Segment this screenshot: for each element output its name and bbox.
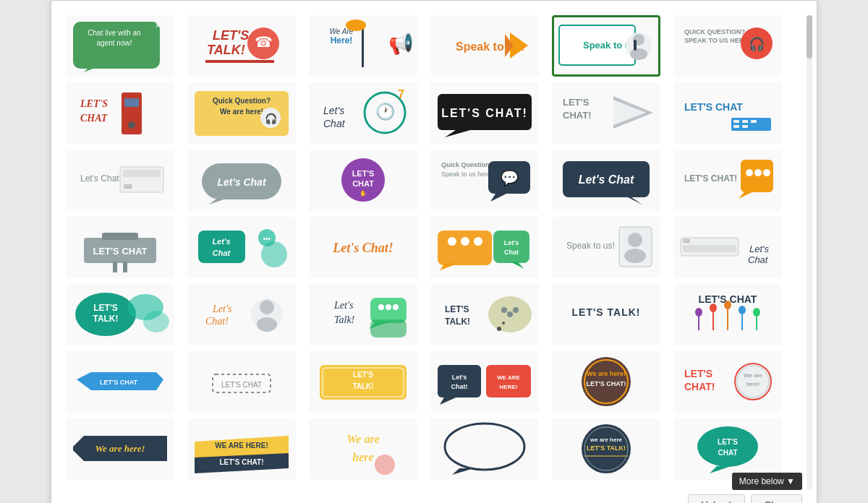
scrollbar[interactable] — [807, 15, 812, 490]
svg-text:Chat live with an: Chat live with an — [88, 29, 140, 37]
sticker-1[interactable]: LET'S TALK! ☎ — [187, 15, 296, 77]
sticker-37[interactable]: WE ARE HERE! LET'S CHAT! — [187, 418, 296, 480]
sticker-22[interactable]: Speak to us! — [552, 217, 660, 278]
svg-rect-23 — [634, 40, 637, 51]
svg-text:SPEAK TO US HERE!: SPEAK TO US HERE! — [684, 37, 750, 44]
sticker-33[interactable]: Let's Chat! WE ARE HERE! — [430, 351, 539, 413]
sticker-26[interactable]: Let's Talk! — [309, 284, 417, 345]
sticker-13[interactable]: Let's Chat — [187, 150, 296, 211]
svg-text:TALK!: TALK! — [207, 43, 245, 57]
more-below-label: More below ▼ — [739, 476, 795, 486]
scrollbar-thumb[interactable] — [807, 15, 812, 59]
svg-rect-94 — [438, 231, 492, 265]
sticker-39[interactable] — [430, 418, 539, 480]
svg-text:☎: ☎ — [255, 34, 273, 50]
sticker-23[interactable]: ⌨ Let's Chat — [673, 217, 782, 278]
sticker-10[interactable]: LET'S CHAT! — [552, 82, 660, 144]
svg-text:Chat: Chat — [504, 249, 519, 256]
svg-text:🕐: 🕐 — [375, 102, 396, 121]
svg-text:LET'S CHAT!: LET'S CHAT! — [587, 380, 626, 387]
svg-text:Talk!: Talk! — [334, 314, 355, 325]
sticker-34[interactable]: We are here! LET'S CHAT! — [552, 351, 660, 413]
sticker-40[interactable]: we are here LET'S TALK! — [552, 418, 660, 480]
svg-point-139 — [502, 322, 505, 324]
svg-text:LET'S: LET'S — [684, 368, 712, 379]
svg-rect-53 — [742, 120, 748, 123]
svg-text:CHAT!: CHAT! — [684, 381, 715, 392]
sticker-18[interactable]: LET'S CHAT — [66, 217, 174, 278]
sticker-7[interactable]: Quick Question? We are here! 🎧 — [187, 82, 296, 144]
svg-text:TALK!: TALK! — [445, 317, 470, 327]
svg-text:TALK!: TALK! — [352, 382, 373, 390]
sticker-12[interactable]: Let's Chat ⌨ — [66, 150, 174, 211]
sticker-3[interactable]: Speak to us! — [430, 15, 539, 77]
sticker-25[interactable]: Let's Chat! — [187, 284, 296, 345]
svg-text:💬: 💬 — [501, 169, 519, 186]
svg-text:WE ARE HERE!: WE ARE HERE! — [215, 442, 268, 450]
upload-button[interactable]: Upload — [688, 494, 745, 503]
sticker-36[interactable]: We are here! — [66, 418, 174, 480]
svg-text:Quick Question?: Quick Question? — [441, 161, 493, 168]
sticker-6[interactable]: LET'S CHAT — [66, 82, 174, 144]
svg-point-188 — [445, 424, 524, 470]
sticker-4[interactable]: Speak to us! — [552, 15, 660, 77]
sticker-38[interactable]: We are here — [309, 418, 417, 480]
sticker-14[interactable]: LET'S CHAT ✋ — [309, 150, 417, 211]
svg-point-140 — [497, 327, 501, 331]
svg-rect-162 — [438, 365, 481, 397]
sticker-29[interactable]: LET'S CHAT — [673, 284, 782, 345]
svg-text:Speak to us!: Speak to us! — [566, 241, 615, 251]
svg-text:Chat: Chat — [323, 118, 346, 129]
svg-marker-45 — [445, 130, 470, 137]
sticker-20[interactable]: Let's Chat! — [309, 217, 417, 278]
sticker-19[interactable]: Let's Chat ••• — [187, 217, 296, 278]
svg-text:🎧: 🎧 — [749, 36, 765, 52]
sticker-30[interactable]: LET'S CHAT — [66, 351, 174, 413]
svg-text:Let's: Let's — [452, 374, 467, 381]
svg-rect-55 — [733, 125, 739, 128]
svg-point-32 — [128, 121, 135, 129]
footer-bar: Upload Close — [66, 489, 802, 503]
sticker-0[interactable]: Chat live with an agent now! ✕ — [66, 15, 174, 77]
svg-rect-85 — [123, 262, 127, 272]
svg-text:LET'S CHAT!: LET'S CHAT! — [219, 458, 263, 466]
sticker-17[interactable]: LET'S CHAT! — [673, 150, 782, 211]
svg-point-79 — [754, 169, 762, 176]
svg-marker-81 — [739, 190, 757, 199]
sticker-15[interactable]: Quick Question? Speak to us here! 💬 — [430, 150, 539, 211]
sticker-31[interactable]: LET'S CHAT — [187, 351, 296, 413]
close-button[interactable]: Close — [751, 494, 802, 503]
svg-text:TALK!: TALK! — [93, 314, 118, 324]
svg-point-152 — [739, 306, 746, 314]
sticker-41[interactable]: LET'S CHAT — [673, 418, 782, 480]
sticker-32[interactable]: LET'S TALK! — [309, 351, 417, 413]
svg-point-137 — [507, 311, 513, 317]
svg-rect-56 — [742, 125, 748, 128]
sticker-9[interactable]: LET'S CHAT! — [430, 82, 539, 144]
svg-text:Let's Chat!: Let's Chat! — [332, 241, 393, 255]
svg-point-78 — [746, 169, 753, 176]
svg-point-138 — [513, 307, 519, 313]
svg-text:LET'S: LET'S — [80, 98, 108, 109]
svg-point-108 — [628, 233, 642, 247]
more-below-badge: More below ▼ — [732, 473, 802, 490]
svg-rect-9 — [205, 60, 274, 63]
sticker-28[interactable]: LET'S TALK! — [552, 284, 660, 345]
svg-text:here!: here! — [746, 381, 760, 387]
svg-rect-86 — [102, 233, 138, 240]
sticker-grid: Chat live with an agent now! ✕ LET'S TAL… — [66, 15, 802, 480]
sticker-24[interactable]: LET'S TALK! — [66, 284, 174, 345]
sticker-27[interactable]: LET'S TALK! — [430, 284, 539, 345]
svg-rect-102 — [493, 231, 529, 263]
sticker-8[interactable]: Let's Chat 🕐 7 — [309, 82, 417, 144]
sticker-21[interactable]: • • • Let's Chat — [430, 217, 539, 278]
svg-marker-75 — [628, 197, 642, 205]
svg-point-95 — [448, 237, 456, 246]
sticker-16[interactable]: Let's Chat — [552, 150, 660, 211]
svg-point-109 — [624, 249, 646, 263]
svg-text:Let's: Let's — [333, 300, 354, 311]
sticker-11[interactable]: LET'S CHAT — [673, 82, 782, 144]
sticker-35[interactable]: LET'S CHAT! We are here! — [673, 351, 782, 413]
sticker-5[interactable]: QUICK QUESTION? SPEAK TO US HERE! 🎧 — [673, 15, 782, 77]
sticker-2[interactable]: We Are Here! 📢 — [309, 15, 417, 77]
